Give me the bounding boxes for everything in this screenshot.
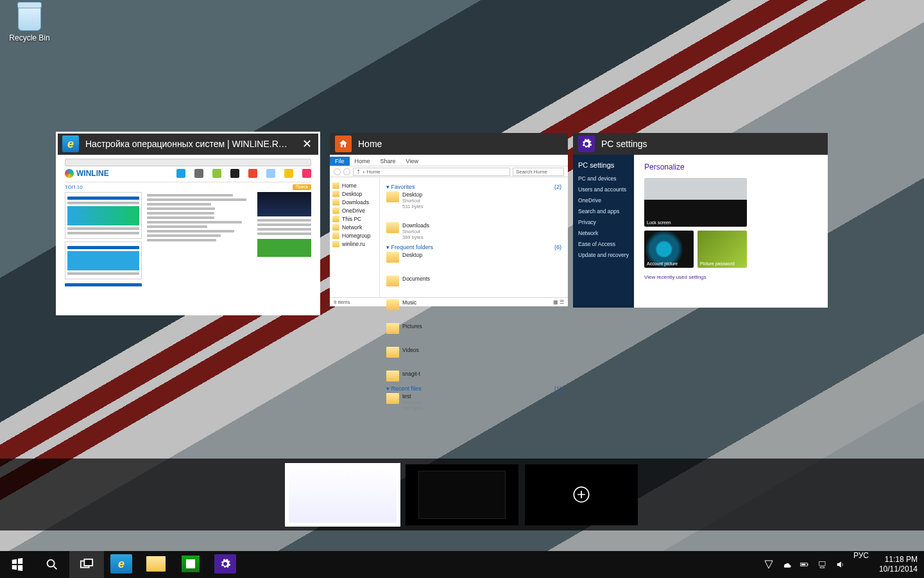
gear-icon [578,136,595,152]
window-title: Настройка операционных систем | WINLINE.… [85,139,293,149]
task-view-button[interactable] [69,551,104,578]
battery-icon[interactable] [800,559,810,570]
svg-point-1 [47,560,55,567]
svg-rect-6 [801,564,806,566]
store-icon [182,556,200,572]
system-tray[interactable] [760,551,850,578]
virtual-desktop-1[interactable] [286,464,399,525]
recycle-bin-label: Recycle Bin [7,33,52,42]
window-title: Home [358,139,563,149]
close-icon[interactable]: ✕ [300,137,314,151]
home-icon [335,136,352,152]
search-button[interactable] [35,551,69,578]
folder-icon [146,556,166,572]
window-title: PC settings [601,139,823,149]
virtual-desktop-strip [0,459,924,530]
task-view-window-settings[interactable]: PC settings PC settings PC and devicesUs… [573,133,828,308]
svg-rect-3 [84,559,92,566]
clock-time: 11:18 PM [879,555,918,565]
network-icon[interactable] [817,559,828,570]
recycle-bin[interactable]: Recycle Bin [7,5,52,42]
internet-explorer-icon: e [62,136,79,152]
taskbar-app-settings[interactable] [208,551,243,578]
action-center-icon[interactable] [764,559,774,570]
virtual-desktop-2[interactable] [406,464,518,525]
window-preview: WINLINE ТОП 10 Поиск [57,155,319,314]
onedrive-icon[interactable] [782,559,792,570]
window-preview: FileHomeShareView ⭡ ▸ Home Search Home H… [330,155,568,306]
window-preview: PC settings PC and devicesUsers and acco… [573,155,828,308]
gear-icon [214,554,236,574]
language-indicator[interactable]: РУС [850,551,873,578]
plus-icon [525,464,638,525]
taskbar-clock[interactable]: 11:18 PM 10/11/2014 [873,551,924,578]
internet-explorer-icon: e [110,554,132,574]
taskbar-app-file-explorer[interactable] [139,551,173,578]
taskbar-app-ie[interactable]: e [104,551,139,578]
svg-rect-5 [807,564,808,566]
start-button[interactable] [0,551,35,578]
taskbar-app-store[interactable] [173,551,208,578]
recycle-bin-icon [18,5,41,31]
svg-rect-7 [819,561,825,566]
taskbar: e РУС 11:18 PM 10/11/2014 [0,551,924,578]
add-virtual-desktop[interactable] [525,464,638,525]
task-view-window-explorer[interactable]: Home FileHomeShareView ⭡ ▸ Home Search H… [330,133,568,306]
task-view-window-ie[interactable]: e Настройка операционных систем | WINLIN… [57,133,319,314]
volume-icon[interactable] [835,559,846,570]
clock-date: 10/11/2014 [879,565,918,574]
